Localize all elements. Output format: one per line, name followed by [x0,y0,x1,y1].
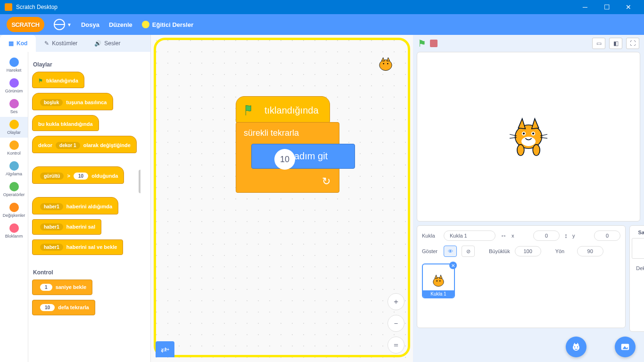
sprite-thumbnail-icon [375,54,396,74]
category-label: Görünüm [5,89,23,93]
sprite-y-input[interactable]: 0 [594,230,620,241]
show-sprite-button[interactable]: 👁 [444,246,457,257]
category-ses[interactable]: Ses [0,96,28,117]
category-olaylar[interactable]: Olaylar [0,117,28,138]
category-dot [9,140,19,150]
stage-thumbnail[interactable] [632,238,644,259]
show-label: Göster [422,248,439,254]
category-değişkenler[interactable]: Değişkenler [0,200,28,221]
category-label: Değişkenler [3,213,25,218]
category-hareket[interactable]: Hareket [0,55,28,75]
sprite-direction-input[interactable]: 90 [577,246,603,256]
sprite-card[interactable]: ✕ Kukla 1 [422,263,455,298]
svg-point-1 [383,63,384,65]
category-label: Olaylar [7,130,21,135]
language-button[interactable]: ▼ [54,19,72,30]
block-palette[interactable]: Olaylar ⚑ tıklandığında boşluk tuşuna ba… [28,52,140,325]
category-bloklarım[interactable]: Bloklarım [0,221,28,241]
svg-point-26 [577,346,578,347]
sprite-size-input[interactable]: 100 [515,246,541,256]
category-algılama[interactable]: Algılama [0,158,28,179]
block-when-loudness[interactable]: gürültü > 10 olduğunda [32,166,124,184]
move-steps-input[interactable]: 10 [274,149,295,170]
direction-label: Yön [555,248,572,254]
category-label: Operatörler [3,192,25,197]
category-dot [9,99,19,108]
stop-button[interactable] [430,40,438,47]
category-dot [9,78,19,88]
backdrops-count: 1 [632,271,644,277]
tab-sounds[interactable]: 🔊 Sesler [86,35,129,52]
sound-icon: 🔊 [94,40,101,47]
code-icon: ▦ [8,40,14,47]
sprite-name-input[interactable]: Kukla 1 [444,230,495,241]
script-forever[interactable]: sürekli tekrarla 10 adım git ↻ [236,122,339,193]
delete-sprite-button[interactable]: ✕ [449,262,457,269]
zoom-out-button[interactable]: － [388,315,405,332]
category-column: HareketGörünümSesOlaylarKontrolAlgılamaO… [0,52,28,362]
add-backdrop-button[interactable] [615,337,636,357]
hide-sprite-button[interactable]: ⊘ [462,246,475,257]
palette-scrollbar[interactable] [139,170,140,193]
flag-icon: ⚑ [38,78,43,83]
backpack-toggle[interactable]: ⇄+ [156,341,174,357]
window-titlebar: Scratch Desktop ─ ☐ ✕ [0,0,644,14]
workspace-highlight [154,38,410,357]
block-when-sprite-clicked[interactable]: bu kukla tıklandığında [32,115,99,131]
stage-panel[interactable]: Sahne Dekorlar 1 [629,225,644,332]
xy-icon: ↔ [500,232,507,239]
zoom-reset-button[interactable]: ＝ [388,337,405,354]
cat-plus-icon [570,341,582,353]
stage-full-button[interactable]: ⛶ [626,38,639,49]
block-when-receive[interactable]: haber1 haberini aldığımda [32,197,118,214]
block-when-key-pressed[interactable]: boşluk tuşuna basılınca [32,93,113,110]
window-title: Scratch Desktop [16,4,58,10]
svg-point-23 [439,280,440,281]
category-görünüm[interactable]: Görünüm [0,75,28,96]
category-operatörler[interactable]: Operatörler [0,179,28,200]
stage[interactable] [417,52,640,222]
stage-panel-title: Sahne [632,230,644,235]
block-repeat[interactable]: 10 defa tekrarla [32,300,95,315]
menu-edit[interactable]: Düzenle [109,21,132,28]
block-wait[interactable]: 1 saniye bekle [32,280,92,295]
menu-file[interactable]: Dosya [81,21,99,28]
app-icon [5,3,12,11]
tab-code[interactable]: ▦ Kod [0,35,36,52]
zoom-in-button[interactable]: ＋ [388,293,405,310]
stage-large-button[interactable]: ◧ [609,38,622,49]
sprite-info-panel: Kukla Kukla 1 ↔ x 0 ↕ y 0 Göster 👁 ⊘ Büy… [417,225,626,328]
sprite-x-input[interactable]: 0 [533,230,560,241]
add-sprite-button[interactable] [566,337,586,357]
stage-header: ⚑ ▭ ◧ ⛶ [413,35,644,52]
block-when-flag-clicked[interactable]: ⚑ tıklandığında [32,72,84,88]
maximize-button[interactable]: ☐ [596,0,618,14]
svg-marker-21 [439,275,442,279]
tab-costumes[interactable]: ✎ Kostümler [36,35,86,52]
minimize-button[interactable]: ─ [574,0,596,14]
sprite-card-thumb [429,272,448,290]
svg-point-2 [387,63,388,65]
svg-point-6 [521,137,536,146]
category-dot [9,120,19,129]
editor-tabs: ▦ Kod ✎ Kostümler 🔊 Sesler [0,35,150,52]
block-broadcast[interactable]: haber1 haberini sal [32,219,101,235]
stage-small-button[interactable]: ▭ [592,38,605,49]
menu-tutorials[interactable]: Eğitici Dersler [142,21,193,28]
category-label: Kontrol [7,151,21,156]
category-kontrol[interactable]: Kontrol [0,138,28,158]
green-flag-button[interactable]: ⚑ [418,38,426,49]
sprite-name-label: Kukla [422,233,439,239]
script-when-flag-clicked[interactable]: tıklandığında [236,96,330,123]
block-broadcast-wait[interactable]: haber1 haberini sal ve bekle [32,239,123,255]
sprite-on-stage[interactable] [505,113,552,160]
brush-icon: ✎ [44,40,49,47]
close-button[interactable]: ✕ [618,0,639,14]
scratch-logo[interactable]: SCRATCH [7,17,44,32]
block-when-backdrop-switches[interactable]: dekor dekor 1 olarak değiştiğinde [32,136,137,153]
loop-arrow-icon: ↻ [322,175,330,188]
script-move-steps[interactable]: 10 adım git [251,144,355,169]
script-workspace[interactable]: tıklandığında sürekli tekrarla 10 adım g… [151,35,413,362]
category-dot [9,58,19,67]
script-stack[interactable]: tıklandığında sürekli tekrarla 10 adım g… [236,96,339,193]
